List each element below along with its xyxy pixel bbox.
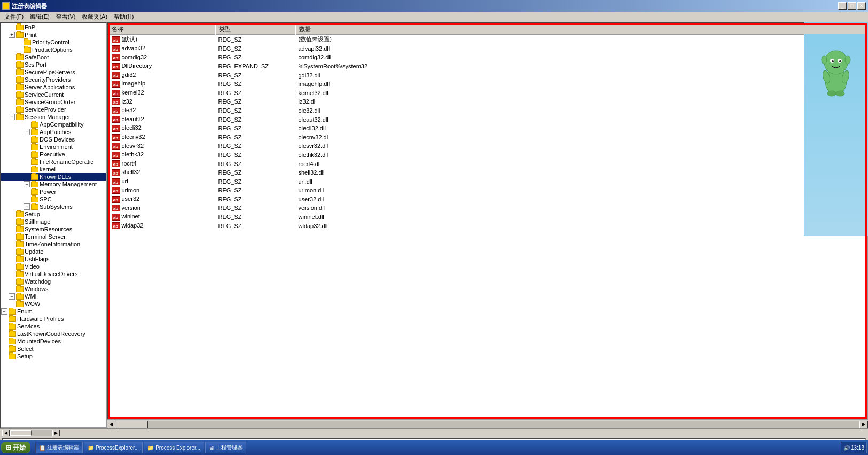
tree-item-knowndlls[interactable]: KnownDLLs xyxy=(1,173,106,181)
expand-btn-subsystems[interactable]: − xyxy=(24,203,30,210)
tree-item-lastknowngoodrecovery[interactable]: LastKnownGoodRecovery xyxy=(1,330,106,338)
tree-item-safeboot[interactable]: SafeBoot xyxy=(1,53,106,61)
table-row[interactable]: aburl REG_SZ url.dll xyxy=(108,177,867,186)
tree-item-wmi[interactable]: −WMI xyxy=(1,293,106,300)
close-button[interactable]: ✕ xyxy=(857,2,866,10)
registry-values-pane[interactable]: 名称 类型 数据 ab(默认) REG_SZ (数值未设置) abadvapi3… xyxy=(107,22,868,420)
expand-btn-session-manager[interactable]: − xyxy=(9,114,15,120)
tree-item-dos-devices[interactable]: DOS Devices xyxy=(1,136,106,143)
table-row[interactable]: abadvapi32 REG_SZ advapi32.dll xyxy=(108,44,867,53)
table-row[interactable]: abolethk32 REG_SZ olethk32.dll xyxy=(108,151,867,160)
taskbar-btn-projmgr[interactable]: 🖥 工程管理器 xyxy=(205,442,246,453)
menu-favorites[interactable]: 收藏夹(A) xyxy=(79,12,111,22)
tree-item-productoptions[interactable]: ProductOptions xyxy=(1,46,106,53)
tree-item-stillimage[interactable]: StillImage xyxy=(1,218,106,225)
registry-tree[interactable]: FnP+PrintPriorityControlProductOptionsSa… xyxy=(0,22,107,428)
tree-item-power[interactable]: Power xyxy=(1,188,106,195)
tree-scroll-left[interactable]: ◀ xyxy=(2,430,10,436)
table-row[interactable]: abkernel32 REG_SZ kernel32.dll xyxy=(108,88,867,97)
tree-item-video[interactable]: Video xyxy=(1,263,106,270)
tree-item-mounteddevices[interactable]: MountedDevices xyxy=(1,338,106,345)
table-row[interactable]: abshell32 REG_SZ shell32.dll xyxy=(108,168,867,177)
menu-view[interactable]: 查看(V) xyxy=(53,12,79,22)
col-name[interactable]: 名称 xyxy=(108,24,215,35)
tree-item-securityproviders[interactable]: SecurityProviders xyxy=(1,76,106,83)
table-row[interactable]: abolesvr32 REG_SZ olesvr32.dll xyxy=(108,142,867,151)
table-row[interactable]: aburlmon REG_SZ urlmon.dll xyxy=(108,186,867,195)
scroll-thumb[interactable] xyxy=(116,421,148,428)
tree-item-environment[interactable]: Environment xyxy=(1,143,106,151)
expand-btn-memory-management[interactable]: − xyxy=(24,181,30,187)
tree-item-watchdog[interactable]: Watchdog xyxy=(1,278,106,285)
tree-item-serviceprovider[interactable]: ServiceProvider xyxy=(1,106,106,113)
col-data[interactable]: 数据 xyxy=(295,24,867,35)
table-row[interactable]: abole32 REG_SZ ole32.dll xyxy=(108,106,867,115)
tree-item-fnp[interactable]: FnP xyxy=(1,23,106,31)
col-type[interactable]: 类型 xyxy=(215,24,295,35)
maximize-button[interactable]: □ xyxy=(848,2,856,10)
tree-item-spc[interactable]: SPC xyxy=(1,195,106,203)
table-row[interactable]: abgdi32 REG_SZ gdi32.dll xyxy=(108,70,867,80)
tree-item-terminal-server[interactable]: Terminal Server xyxy=(1,233,106,240)
scroll-left-button[interactable]: ◀ xyxy=(107,421,115,428)
taskbar-btn-regedit[interactable]: 📋 注册表编辑器 xyxy=(35,442,83,453)
tree-item-apppatches[interactable]: −AppPatches xyxy=(1,128,106,136)
tree-item-memory-management[interactable]: −Memory Management xyxy=(1,181,106,188)
tree-item-servicecurrent[interactable]: ServiceCurrent xyxy=(1,91,106,98)
taskbar-btn-procexp2[interactable]: 📁 Process Explorer... xyxy=(144,442,204,453)
tree-item-virtualdevicedrivers[interactable]: VirtualDeviceDrivers xyxy=(1,270,106,278)
table-row[interactable]: ab(默认) REG_SZ (数值未设置) xyxy=(108,35,867,44)
table-row[interactable]: abversion REG_SZ version.dll xyxy=(108,203,867,213)
expand-btn-print[interactable]: + xyxy=(9,32,15,38)
taskbar-btn-procexp1[interactable]: 📁 ProcessExplorer... xyxy=(84,442,143,453)
table-row[interactable]: abwininet REG_SZ wininet.dll xyxy=(108,213,867,222)
folder-icon-select xyxy=(9,346,16,352)
tree-item-usbflags[interactable]: UsbFlags xyxy=(1,255,106,263)
tree-item-update[interactable]: Update xyxy=(1,248,106,255)
horizontal-scrollbar[interactable]: ◀ ▶ xyxy=(107,420,868,428)
table-row[interactable]: abimagehlp REG_SZ imagehlp.dll xyxy=(108,80,867,89)
tree-item-scsiport[interactable]: ScsiPort xyxy=(1,61,106,68)
menu-help[interactable]: 帮助(H) xyxy=(111,12,137,22)
table-row[interactable]: abrpcrt4 REG_SZ rpcrt4.dll xyxy=(108,159,867,168)
table-row[interactable]: abcomdlg32 REG_SZ comdlg32.dll xyxy=(108,53,867,62)
tree-item-setup2[interactable]: Setup xyxy=(1,352,106,360)
table-row[interactable]: abolecnv32 REG_SZ olecnv32.dll xyxy=(108,132,867,142)
table-row[interactable]: abolecli32 REG_SZ olecli32.dll xyxy=(108,124,867,133)
table-row[interactable]: abwldap32 REG_SZ wldap32.dll xyxy=(108,221,867,230)
expand-btn-enum[interactable]: − xyxy=(1,308,7,315)
tree-item-print[interactable]: +Print xyxy=(1,31,106,38)
tree-item-hardware-profiles[interactable]: Hardware Profiles xyxy=(1,315,106,323)
tree-item-executive[interactable]: Executive xyxy=(1,151,106,158)
tree-item-subsystems[interactable]: −SubSystems xyxy=(1,203,106,210)
table-row[interactable]: ablz32 REG_SZ lz32.dll xyxy=(108,97,867,106)
tree-item-windows[interactable]: Windows xyxy=(1,285,106,293)
tree-item-filerename[interactable]: FileRenameOperatic xyxy=(1,158,106,166)
start-button[interactable]: ⊞ 开始 xyxy=(1,442,30,453)
table-row[interactable]: abDllDirectory REG_EXPAND_SZ %SystemRoot… xyxy=(108,62,867,71)
tree-item-setup[interactable]: Setup xyxy=(1,210,106,218)
expand-btn-wmi[interactable]: − xyxy=(9,293,15,300)
table-row[interactable]: aboleaut32 REG_SZ oleaut32.dll xyxy=(108,115,867,124)
tree-item-securepipeservers[interactable]: SecurePipeServers xyxy=(1,68,106,76)
tree-item-wow[interactable]: WOW xyxy=(1,300,106,308)
tree-item-servicegrouporder[interactable]: ServiceGroupOrder xyxy=(1,98,106,106)
menu-file[interactable]: 文件(F) xyxy=(1,12,27,22)
scroll-right-button[interactable]: ▶ xyxy=(859,421,868,428)
tree-item-prioritycontrol[interactable]: PriorityControl xyxy=(1,38,106,46)
tree-item-session-manager[interactable]: −Session Manager xyxy=(1,113,106,121)
expand-btn-apppatches[interactable]: − xyxy=(24,129,30,135)
table-row[interactable]: abuser32 REG_SZ user32.dll xyxy=(108,195,867,204)
tree-item-enum[interactable]: −Enum xyxy=(1,308,106,315)
tree-item-services[interactable]: Services xyxy=(1,323,106,330)
tree-scroll-right[interactable]: ▶ xyxy=(52,430,60,436)
tree-scroll-thumb[interactable] xyxy=(10,430,32,436)
tree-item-appcompatibility[interactable]: AppCompatibility xyxy=(1,121,106,128)
tree-item-kernel[interactable]: kernel xyxy=(1,166,106,173)
menu-edit[interactable]: 编辑(E) xyxy=(27,12,53,22)
tree-item-select[interactable]: Select xyxy=(1,345,106,352)
tree-item-timezoneinformation[interactable]: TimeZoneInformation xyxy=(1,240,106,248)
tree-item-systemresources[interactable]: SystemResources xyxy=(1,225,106,233)
tree-item-server-applications[interactable]: Server Applications xyxy=(1,83,106,91)
minimize-button[interactable]: _ xyxy=(838,2,847,10)
